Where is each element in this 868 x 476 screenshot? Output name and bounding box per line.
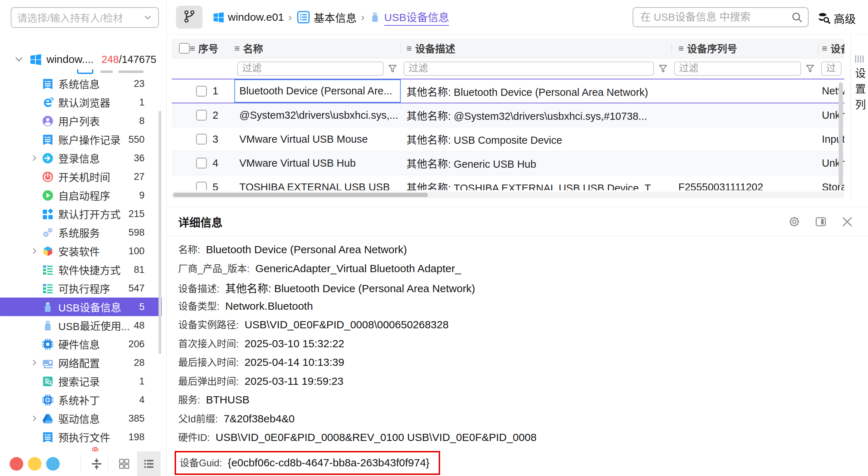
detail-field-value: 2025-03-11 19:59:23	[245, 375, 343, 387]
detail-field: 最后接入时间: 2025-04-14 10:13:39	[178, 355, 868, 374]
item-icon	[42, 338, 54, 350]
sidebar-item-登录信息[interactable]: 登录信息 36	[0, 149, 162, 167]
row-checkbox[interactable]	[196, 134, 207, 144]
filter-type-input[interactable]	[821, 62, 842, 76]
row-checkbox[interactable]	[196, 158, 207, 168]
advanced-search-icon	[818, 12, 830, 25]
red-tag-dot[interactable]	[10, 457, 23, 471]
funnel-icon[interactable]	[805, 63, 815, 74]
breadcrumb-evidence[interactable]: window.e01	[213, 11, 284, 23]
sidebar-item-用户列表[interactable]: 用户列表 8	[0, 112, 162, 130]
filter-name-input[interactable]	[237, 62, 384, 76]
filter-desc-input[interactable]	[404, 62, 654, 76]
detail-field: 首次接入时间: 2025-03-10 15:32:22	[178, 336, 868, 355]
row-number: 5	[213, 181, 218, 191]
sidebar-item-count: 206	[128, 339, 145, 350]
blue-tag-dot[interactable]	[46, 457, 60, 471]
filter-serial-input[interactable]	[674, 62, 801, 76]
row-checkbox[interactable]	[196, 86, 207, 97]
item-icon	[42, 412, 54, 425]
chevron-right-icon[interactable]	[30, 247, 39, 255]
select-all-checkbox[interactable]	[179, 43, 190, 54]
row-desc-cell[interactable]: 其他名称: Bluetooth Device (Personal Area Ne…	[401, 84, 671, 99]
chevron-right-icon[interactable]	[30, 414, 39, 423]
chevron-right-icon[interactable]	[30, 358, 39, 367]
row-name-cell[interactable]: TOSHIBA EXTERNAL USB USB	[234, 181, 401, 191]
list-view-button[interactable]	[137, 451, 161, 476]
windows-logo-icon	[213, 11, 225, 23]
table-row[interactable]: 2 @System32\drivers\usbxhci.sys,... 其他名称…	[172, 103, 844, 127]
sidebar: 请选择/输入持有人/检材 window.... 248/147675 系统信息 …	[0, 0, 167, 476]
table-row[interactable]: 4 VMware Virtual USB Hub 其他名称: Generic U…	[172, 151, 844, 175]
owner-select[interactable]: 请选择/输入持有人/检材	[11, 7, 159, 28]
row-name-cell[interactable]: VMware Virtual USB Mouse	[234, 133, 401, 145]
row-desc-cell[interactable]: 其他名称: TOSHIBA EXTERNAL USB USB Device_T	[401, 180, 671, 190]
sidebar-item-count: 550	[128, 134, 145, 145]
sidebar-item-默认打开方式[interactable]: 默认打开方式 215	[0, 205, 162, 223]
sidebar-scrollbar[interactable]	[159, 111, 161, 354]
row-desc-cell[interactable]: 其他名称: Generic USB Hub	[401, 156, 671, 171]
filter-serial	[671, 58, 818, 79]
table-row[interactable]: 3 VMware Virtual USB Mouse 其他名称: USB Com…	[172, 127, 844, 151]
header-serial[interactable]: ≡设备序列号	[671, 39, 818, 58]
table-vertical-scrollbar[interactable]	[839, 82, 843, 186]
panel-toggle-icon[interactable]	[814, 215, 827, 228]
close-icon[interactable]	[841, 215, 854, 228]
tree-root-node[interactable]: window.... 248/147675	[0, 50, 162, 69]
scrollbar-thumb[interactable]	[173, 193, 428, 197]
sidebar-item-驱动信息[interactable]: 驱动信息 385	[0, 409, 162, 428]
yellow-tag-dot[interactable]	[28, 457, 42, 471]
collapse-tree-button[interactable]	[89, 457, 104, 471]
sidebar-item-搜索记录[interactable]: 搜索记录 1	[0, 372, 162, 391]
row-name-cell[interactable]: Bluetooth Device (Personal Are...	[234, 79, 401, 103]
header-type[interactable]: ≡设备类型	[818, 39, 844, 58]
row-name-cell[interactable]: @System32\drivers\usbxhci.sys,...	[234, 109, 401, 121]
count-selected: 248	[102, 54, 119, 65]
grid-view-button[interactable]	[117, 457, 131, 471]
header-name[interactable]: ≡名称	[234, 39, 401, 58]
sidebar-item-默认浏览器[interactable]: 默认浏览器 1	[0, 93, 162, 112]
table-header: ≡序号 ≡名称 ≡设备描述 ≡设备序列号 ≡设备类型	[172, 39, 844, 58]
sidebar-item-系统服务[interactable]: 系统服务 598	[0, 223, 162, 242]
header-no[interactable]: ≡序号	[190, 39, 234, 58]
header-desc[interactable]: ≡设备描述	[401, 39, 671, 58]
sidebar-item-自启动程序[interactable]: 自启动程序 9	[0, 186, 162, 205]
table-horizontal-scrollbar[interactable]	[172, 192, 844, 198]
row-desc-cell[interactable]: 其他名称: USB Composite Device	[401, 132, 671, 147]
gear-icon[interactable]	[788, 215, 801, 228]
row-checkbox[interactable]	[196, 182, 207, 190]
row-serial-cell[interactable]: F25550031111202	[671, 181, 818, 191]
advanced-search-button[interactable]: 高级	[818, 10, 856, 26]
breadcrumb-usb-info[interactable]: USB设备信息	[369, 9, 449, 26]
column-menu-icon: ≡	[190, 43, 195, 54]
sidebar-item-账户操作记录[interactable]: 账户操作记录 550	[0, 130, 162, 149]
sidebar-item-USB最近使用...[interactable]: USB最近使用... 48	[0, 316, 162, 335]
funnel-icon[interactable]	[387, 63, 398, 74]
sidebar-item-系统信息[interactable]: 系统信息 23	[0, 74, 162, 93]
sidebar-item-网络配置[interactable]: 网络配置 28	[0, 353, 162, 372]
sidebar-item-系统补丁[interactable]: 系统补丁 4	[0, 391, 162, 409]
sidebar-item-硬件信息[interactable]: 硬件信息 206	[0, 335, 162, 353]
sidebar-item-USB设备信息[interactable]: USB设备信息 5	[0, 298, 162, 316]
sidebar-item-label: 系统补丁	[58, 392, 100, 407]
table-row[interactable]: 1 Bluetooth Device (Personal Are... 其他名称…	[172, 79, 844, 103]
row-desc-cell[interactable]: 其他名称: @System32\drivers\usbxhci.sys,#107…	[401, 108, 671, 123]
chevron-down-icon[interactable]	[14, 54, 24, 65]
breadcrumb-basic-info[interactable]: 基本信息	[296, 9, 357, 25]
sidebar-item-软件快捷方式[interactable]: 软件快捷方式 81	[0, 260, 162, 279]
funnel-icon[interactable]	[658, 63, 668, 74]
detail-field-value: GenericAdapter_Virtual Bluetooth Adapter…	[255, 262, 461, 275]
chevron-right-icon[interactable]	[30, 154, 39, 162]
column-settings-tab[interactable]: 设置列	[850, 36, 868, 200]
case-structure-button[interactable]	[176, 6, 203, 29]
sidebar-item-安装软件[interactable]: 安装软件 100	[0, 242, 162, 260]
search-icon[interactable]	[791, 11, 803, 23]
sidebar-item-label: 自启动程序	[58, 188, 110, 203]
sidebar-item-预执行文件[interactable]: 预执行文件 198	[0, 428, 162, 446]
row-checkbox[interactable]	[196, 110, 207, 121]
row-name-cell[interactable]: VMware Virtual USB Hub	[234, 157, 401, 169]
table-row[interactable]: 5 TOSHIBA EXTERNAL USB USB 其他名称: TOSHIBA…	[172, 175, 844, 190]
sidebar-item-可执行程序[interactable]: 可执行程序 547	[0, 279, 162, 298]
sidebar-item-开关机时间[interactable]: 开关机时间 27	[0, 167, 162, 186]
search-input[interactable]	[640, 11, 791, 24]
